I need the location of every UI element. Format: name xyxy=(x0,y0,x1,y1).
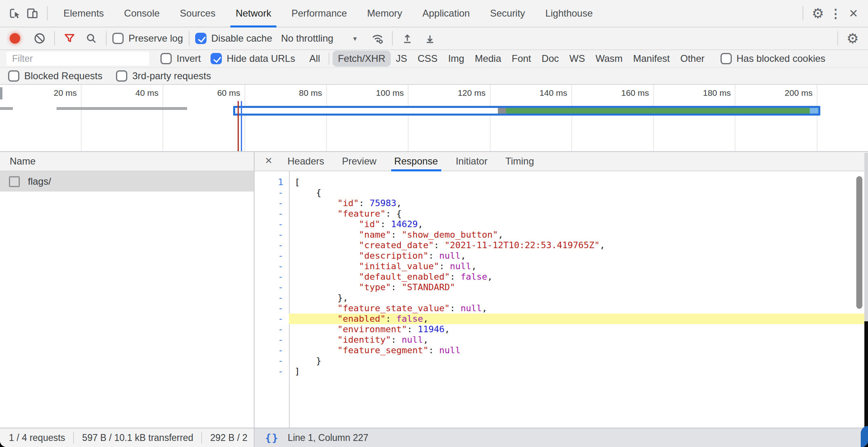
token-s: "type" xyxy=(359,282,391,292)
tab-sources[interactable]: Sources xyxy=(170,0,225,27)
clear-network-log-icon[interactable] xyxy=(31,30,48,47)
timeline-tick-label: 120 ms xyxy=(421,88,486,99)
status-item: 1 / 4 requests xyxy=(9,432,65,443)
disable-cache-checkbox[interactable] xyxy=(195,33,206,44)
filter-chip-doc[interactable]: Doc xyxy=(536,51,564,67)
token-p: : xyxy=(450,303,461,313)
tab-performance[interactable]: Performance xyxy=(281,0,357,27)
devtools-window: ElementsConsoleSourcesNetworkPerformance… xyxy=(0,0,868,447)
filter-chip-ws[interactable]: WS xyxy=(564,51,590,67)
inspect-element-icon[interactable] xyxy=(6,4,23,22)
record-network-log-icon[interactable] xyxy=(10,33,20,44)
network-overview-timeline[interactable]: 20 ms40 ms60 ms80 ms100 ms120 ms140 ms16… xyxy=(0,85,868,152)
tab-console[interactable]: Console xyxy=(114,0,170,27)
resource-icon xyxy=(9,176,20,187)
has-blocked-cookies-checkbox[interactable] xyxy=(721,53,732,64)
filter-chip-font[interactable]: Font xyxy=(506,51,536,67)
token-p: : xyxy=(391,230,402,240)
throttling-select[interactable]: No throttling ▼ xyxy=(281,33,358,44)
code-line: - "type": "STANDARD" xyxy=(255,282,868,293)
import-har-icon[interactable] xyxy=(421,30,439,47)
tab-elements[interactable]: Elements xyxy=(53,0,114,27)
request-detail-panel: × HeadersPreviewResponseInitiatorTiming … xyxy=(255,152,868,428)
detail-tab-preview[interactable]: Preview xyxy=(333,152,385,171)
invert-checkbox[interactable] xyxy=(160,53,172,64)
waterfall-bar-other[interactable] xyxy=(0,107,13,110)
filter-chip-fetch-xhr[interactable]: Fetch/XHR xyxy=(333,51,390,67)
token-s: "feature_state_value" xyxy=(337,303,450,313)
detail-tabs: HeadersPreviewResponseInitiatorTiming xyxy=(279,152,543,171)
filter-input[interactable] xyxy=(6,52,149,65)
filter-chip-media[interactable]: Media xyxy=(470,51,506,67)
code-text: "created_date": "2021-11-12T10:22:53.419… xyxy=(289,240,868,251)
more-options-icon[interactable]: ⋮ xyxy=(827,4,845,22)
detail-tab-timing[interactable]: Timing xyxy=(496,152,543,171)
token-p: : xyxy=(359,198,370,208)
filter-chip-img[interactable]: Img xyxy=(443,51,470,67)
third-party-requests-checkbox[interactable] xyxy=(116,70,127,82)
filter-chip-manifest[interactable]: Manifest xyxy=(628,51,675,67)
token-p: : xyxy=(450,272,461,282)
filter-funnel-icon[interactable] xyxy=(61,30,78,47)
filter-chip-js[interactable]: JS xyxy=(391,51,413,67)
token-p: , xyxy=(498,230,503,240)
tab-memory[interactable]: Memory xyxy=(357,0,413,27)
network-conditions-icon[interactable] xyxy=(369,30,386,47)
timeline-tick-label: 100 ms xyxy=(339,88,404,99)
waterfall-bar-selected[interactable] xyxy=(233,106,820,116)
gutter-fold-marker: - xyxy=(255,198,289,209)
detail-tab-response[interactable]: Response xyxy=(386,152,447,171)
token-s: "id" xyxy=(337,198,359,208)
device-toolbar-icon[interactable] xyxy=(23,4,41,22)
timeline-gridline xyxy=(490,85,491,151)
network-settings-icon[interactable]: ⚙ xyxy=(844,30,862,47)
name-column-header[interactable]: Name xyxy=(0,152,254,171)
overview-handle[interactable] xyxy=(0,87,2,99)
gutter-fold-marker: - xyxy=(255,303,289,314)
hide-data-urls-checkbox[interactable] xyxy=(211,53,222,64)
search-icon[interactable] xyxy=(82,30,100,47)
blocked-requests-checkbox[interactable] xyxy=(8,70,19,82)
token-p xyxy=(295,198,337,208)
code-line: - "initial_value": null, xyxy=(255,261,868,272)
pretty-print-icon[interactable]: {} xyxy=(265,432,279,444)
response-editor[interactable]: 1[- {- "id": 75983,- "feature": {- "id":… xyxy=(255,171,868,428)
token-k: false xyxy=(461,272,487,282)
code-text: "feature_state_value": null, xyxy=(289,303,868,314)
tab-security[interactable]: Security xyxy=(480,0,535,27)
token-s: "created_date" xyxy=(359,240,434,250)
filter-chip-wasm[interactable]: Wasm xyxy=(590,51,628,67)
close-detail-icon[interactable]: × xyxy=(259,154,279,169)
token-p xyxy=(295,335,337,345)
cursor-position: Line 1, Column 227 xyxy=(288,432,368,443)
waterfall-bar-other[interactable] xyxy=(57,107,187,110)
timeline-tick-label: 80 ms xyxy=(257,88,322,99)
token-s: "enabled" xyxy=(337,314,386,324)
code-text: "type": "STANDARD" xyxy=(289,282,868,293)
request-row-flags[interactable]: flags/ xyxy=(0,171,254,192)
filter-chip-css[interactable]: CSS xyxy=(413,51,443,67)
timeline-gridline xyxy=(81,85,82,151)
tab-network[interactable]: Network xyxy=(225,0,281,27)
detail-tab-initiator[interactable]: Initiator xyxy=(447,152,497,171)
editor-scrollbar[interactable] xyxy=(856,176,862,309)
divider xyxy=(106,31,107,46)
has-blocked-cookies-label: Has blocked cookies xyxy=(737,53,826,64)
token-k: null xyxy=(402,335,423,345)
filter-chip-other[interactable]: Other xyxy=(675,51,710,67)
export-har-icon[interactable] xyxy=(398,30,416,47)
token-p: }, xyxy=(295,293,348,303)
code-line: - } xyxy=(255,356,868,366)
filter-chip-all[interactable]: All xyxy=(304,51,325,67)
preserve-log-checkbox[interactable] xyxy=(112,33,124,44)
token-p xyxy=(295,219,359,229)
close-devtools-icon[interactable]: ✕ xyxy=(845,4,862,22)
status-item: 597 B / 10.1 kB transferred xyxy=(82,432,193,443)
token-n: 11946 xyxy=(418,324,445,334)
settings-icon[interactable]: ⚙ xyxy=(809,4,827,22)
tab-lighthouse[interactable]: Lighthouse xyxy=(535,0,603,27)
upload-icon-svg xyxy=(401,32,414,45)
token-p: , xyxy=(423,314,428,324)
tab-application[interactable]: Application xyxy=(412,0,480,27)
detail-tab-headers[interactable]: Headers xyxy=(279,152,333,171)
